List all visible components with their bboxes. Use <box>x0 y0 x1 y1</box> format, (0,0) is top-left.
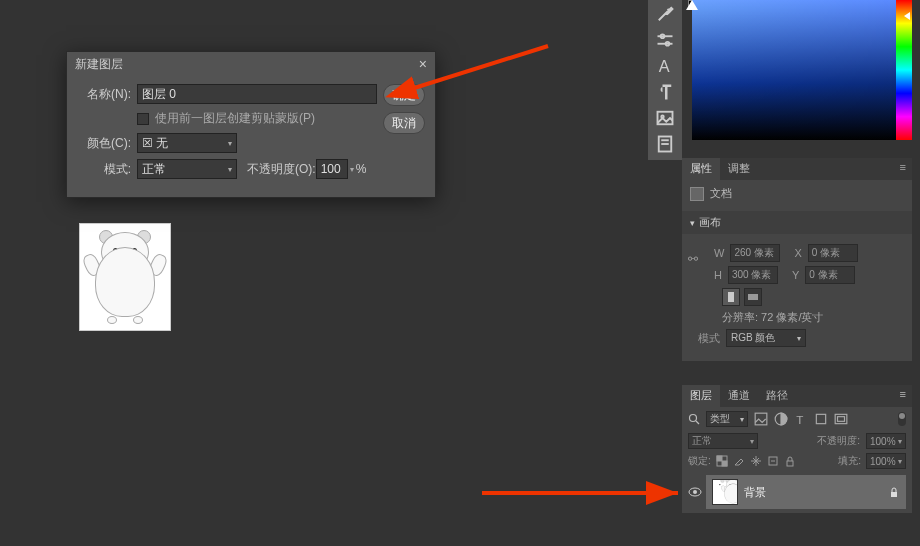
filter-adjustment-icon[interactable] <box>774 412 788 426</box>
cancel-button[interactable]: 取消 <box>383 112 425 134</box>
tab-layers[interactable]: 图层 <box>682 385 720 407</box>
svg-rect-12 <box>728 292 734 302</box>
panel-menu-icon[interactable]: ≡ <box>894 158 912 180</box>
x-label: X <box>794 247 801 259</box>
layer-blend-select[interactable]: 正常▾ <box>688 433 758 449</box>
opacity-input[interactable]: 100 <box>316 159 348 179</box>
y-input[interactable]: 0 像素 <box>805 266 855 284</box>
color-mode-label: 模式 <box>698 331 720 346</box>
lock-position-icon[interactable] <box>750 455 762 467</box>
canvas-image[interactable] <box>79 223 171 331</box>
dialog-titlebar[interactable]: 新建图层 × <box>67 52 435 76</box>
name-label: 名称(N): <box>77 86 131 103</box>
fill-label: 填充: <box>838 454 861 468</box>
tab-adjustments[interactable]: 调整 <box>720 158 758 180</box>
lock-icon[interactable] <box>888 486 900 498</box>
svg-rect-29 <box>891 492 897 497</box>
filter-shape-icon[interactable] <box>814 412 828 426</box>
percent-label: % <box>356 162 367 176</box>
canvas-section-header[interactable]: ▾ 画布 <box>682 211 912 234</box>
y-label: Y <box>792 269 799 281</box>
hue-pointer-icon <box>904 12 910 20</box>
sliders-icon[interactable] <box>655 30 675 50</box>
blend-mode-select[interactable]: 正常 ▾ <box>137 159 237 179</box>
hamster-illustration <box>85 232 165 322</box>
panel-menu-icon[interactable]: ≡ <box>894 385 912 407</box>
type-icon[interactable]: A <box>655 56 675 76</box>
layer-thumbnail[interactable] <box>712 479 738 505</box>
doc-label: 文档 <box>710 186 732 201</box>
w-label: W <box>714 247 724 259</box>
chevron-down-icon: ▾ <box>797 334 801 343</box>
search-icon[interactable] <box>688 413 700 425</box>
color-mode-select[interactable]: RGB 颜色 ▾ <box>726 329 806 347</box>
filter-smartobj-icon[interactable] <box>834 412 848 426</box>
tab-properties[interactable]: 属性 <box>682 158 720 180</box>
clip-mask-label: 使用前一图层创建剪贴蒙版(P) <box>155 110 315 127</box>
svg-point-28 <box>693 490 697 494</box>
mode-label: 模式: <box>77 161 131 178</box>
filter-kind-select[interactable]: 类型▾ <box>706 411 748 427</box>
paragraph-icon[interactable] <box>655 82 675 102</box>
dialog-title-text: 新建图层 <box>75 56 123 73</box>
lock-label: 锁定: <box>688 454 711 468</box>
image-icon[interactable] <box>655 108 675 128</box>
svg-point-14 <box>690 415 697 422</box>
new-layer-dialog: 新建图层 × 名称(N): 使用前一图层创建剪贴蒙版(P) 颜色(C): ☒ 无… <box>66 51 436 198</box>
note-icon[interactable] <box>655 134 675 154</box>
filter-toggle[interactable] <box>898 412 906 426</box>
resolution-text: 分辨率: 72 像素/英寸 <box>690 310 904 325</box>
triangle-icon <box>686 0 698 10</box>
layer-name-input[interactable] <box>137 84 377 104</box>
svg-rect-23 <box>717 456 722 461</box>
lock-artboard-icon[interactable] <box>767 455 779 467</box>
ok-button[interactable]: 确定 <box>383 84 425 106</box>
layer-opacity-label: 不透明度: <box>817 434 860 448</box>
document-icon <box>690 187 704 201</box>
svg-text:A: A <box>659 57 670 75</box>
layer-row-background[interactable]: 背景 <box>706 475 906 509</box>
x-input[interactable]: 0 像素 <box>808 244 858 262</box>
layer-fill-input[interactable]: 100%▾ <box>866 453 906 469</box>
tab-channels[interactable]: 通道 <box>720 385 758 407</box>
chevron-down-icon: ▾ <box>690 218 695 228</box>
svg-line-15 <box>696 421 699 424</box>
chevron-down-icon: ▾ <box>228 165 232 174</box>
filter-type-icon[interactable]: T <box>794 412 808 426</box>
close-icon[interactable]: × <box>419 56 427 72</box>
color-select[interactable]: ☒ 无 ▾ <box>137 133 237 153</box>
eyedropper-icon[interactable] <box>655 4 675 24</box>
opacity-label: 不透明度(O): <box>247 161 316 178</box>
chevron-down-icon[interactable]: ▾ <box>350 165 354 174</box>
visibility-eye-icon[interactable] <box>688 485 702 499</box>
tool-strip: A <box>648 0 682 160</box>
svg-rect-24 <box>722 461 727 466</box>
properties-panel: 属性 调整 ≡ 文档 ▾ 画布 ⚯ W 260 像素 X 0 像素 H 300 … <box>682 158 912 361</box>
h-label: H <box>714 269 722 281</box>
svg-rect-13 <box>748 294 758 300</box>
color-picker-panel[interactable] <box>692 0 912 140</box>
layer-name-text[interactable]: 背景 <box>744 485 882 500</box>
chevron-down-icon: ▾ <box>228 139 232 148</box>
height-input[interactable]: 300 像素 <box>728 266 778 284</box>
tab-paths[interactable]: 路径 <box>758 385 796 407</box>
clip-mask-checkbox[interactable] <box>137 113 149 125</box>
color-label: 颜色(C): <box>77 135 131 152</box>
lock-all-icon[interactable] <box>784 455 796 467</box>
svg-rect-19 <box>816 414 825 423</box>
layers-panel: 图层 通道 路径 ≡ 类型▾ T 正常▾ 不透明度: 100%▾ 锁定: 填充:… <box>682 385 912 513</box>
color-field[interactable] <box>692 0 896 140</box>
orientation-portrait-icon[interactable] <box>722 288 740 306</box>
width-input[interactable]: 260 像素 <box>730 244 780 262</box>
lock-brush-icon[interactable] <box>733 455 745 467</box>
hue-slider[interactable] <box>896 0 912 140</box>
layer-opacity-input[interactable]: 100%▾ <box>866 433 906 449</box>
svg-text:T: T <box>796 413 803 426</box>
link-icon[interactable]: ⚯ <box>688 252 698 266</box>
filter-pixel-icon[interactable] <box>754 412 768 426</box>
svg-rect-26 <box>787 461 793 466</box>
orientation-landscape-icon[interactable] <box>744 288 762 306</box>
lock-transparent-icon[interactable] <box>716 455 728 467</box>
svg-rect-21 <box>838 417 845 422</box>
